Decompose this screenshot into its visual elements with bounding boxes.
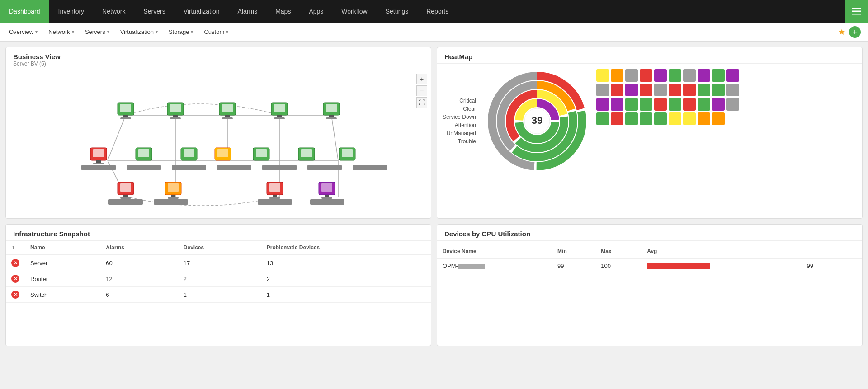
subnav-servers[interactable]: Servers ▾ <box>80 23 115 41</box>
svg-rect-76 <box>321 183 332 192</box>
heatmap-cell[interactable] <box>611 84 623 96</box>
hamburger-button[interactable] <box>845 0 868 23</box>
heatmap-cell[interactable] <box>726 98 739 111</box>
fullscreen-button[interactable]: ⛶ <box>416 97 427 108</box>
svg-rect-39 <box>326 117 337 119</box>
svg-rect-80 <box>154 199 188 205</box>
heatmap-cell[interactable] <box>625 84 638 96</box>
svg-rect-21 <box>120 104 131 112</box>
chevron-down-icon: ▾ <box>156 29 158 34</box>
svg-rect-72 <box>269 183 280 192</box>
heatmap-cell[interactable] <box>683 112 696 125</box>
main-content: Business View Server BV (5) <box>0 42 868 352</box>
heatmap-cell[interactable] <box>654 112 667 125</box>
heatmap-cell[interactable] <box>698 84 710 96</box>
heatmap-cell[interactable] <box>654 84 667 96</box>
heatmap-cell[interactable] <box>625 98 638 111</box>
svg-rect-0 <box>852 8 861 9</box>
cpu-table: Device Name Min Max Avg OPM- 99 100 99 <box>437 244 862 273</box>
subnav-network[interactable]: Network ▾ <box>43 23 80 41</box>
heatmap-cell[interactable] <box>669 112 681 125</box>
svg-rect-41 <box>93 149 104 157</box>
heatmap-cell[interactable] <box>654 98 667 111</box>
nav-item-virtualization[interactable]: Virtualization <box>175 0 229 23</box>
nav-item-network[interactable]: Network <box>93 0 134 23</box>
heatmap-cell[interactable] <box>640 84 652 96</box>
heatmap-header: HeatMap <box>437 47 862 64</box>
favorite-button[interactable]: ★ <box>838 27 845 37</box>
business-view-title: Business View <box>13 53 424 61</box>
heatmap-cell[interactable] <box>683 98 696 111</box>
svg-rect-29 <box>222 104 233 112</box>
heatmap-cell[interactable] <box>640 69 652 82</box>
heatmap-cell[interactable] <box>640 98 652 111</box>
status-icon: ✕ <box>11 259 19 267</box>
cpu-header: Devices by CPU Utilization <box>437 225 862 241</box>
heatmap-cell[interactable] <box>683 84 696 96</box>
heatmap-cell[interactable] <box>712 98 725 111</box>
svg-rect-26 <box>173 115 178 117</box>
legend-critical: Critical <box>443 98 476 104</box>
heatmap-cell[interactable] <box>625 69 638 82</box>
heatmap-cell[interactable] <box>712 69 725 82</box>
nav-item-maps[interactable]: Maps <box>266 0 300 23</box>
row-name: Router <box>25 271 100 287</box>
nav-item-inventory[interactable]: Inventory <box>49 0 94 23</box>
subnav-storage[interactable]: Storage ▾ <box>163 23 199 41</box>
svg-rect-64 <box>120 183 131 192</box>
legend-clear: Clear <box>443 106 476 112</box>
heatmap-cell[interactable] <box>698 98 710 111</box>
heatmap-cell[interactable] <box>654 69 667 82</box>
subnav-overview[interactable]: Overview ▾ <box>4 23 43 41</box>
heatmap-cell[interactable] <box>596 112 609 125</box>
heatmap-cell[interactable] <box>712 84 725 96</box>
svg-rect-81 <box>258 199 292 205</box>
heatmap-body: Critical Clear Service Down Attention Un… <box>437 64 862 178</box>
legend-trouble: Trouble <box>443 138 476 145</box>
cpu-bar-container <box>647 263 710 269</box>
nav-item-dashboard[interactable]: Dashboard <box>0 0 49 23</box>
svg-rect-51 <box>256 149 267 157</box>
heatmap-cell[interactable] <box>683 69 696 82</box>
business-view-subtitle: Server BV (5) <box>13 61 424 67</box>
col-alarms: Alarms <box>100 241 178 255</box>
heatmap-cell[interactable] <box>611 69 623 82</box>
zoom-out-button[interactable]: − <box>416 85 427 96</box>
nav-item-settings[interactable]: Settings <box>377 0 418 23</box>
heatmap-cell[interactable] <box>726 84 739 96</box>
svg-rect-30 <box>225 115 230 117</box>
heatmap-cell[interactable] <box>596 84 609 96</box>
heatmap-cell[interactable] <box>669 84 681 96</box>
subnav-custom[interactable]: Custom ▾ <box>198 23 234 41</box>
sort-icon[interactable]: ⬆ <box>11 245 15 250</box>
heatmap-row <box>596 69 857 82</box>
nav-item-servers[interactable]: Servers <box>134 0 174 23</box>
business-view-canvas[interactable]: + − ⛶ <box>6 70 431 206</box>
heatmap-cell[interactable] <box>698 112 710 125</box>
nav-item-apps[interactable]: Apps <box>300 0 332 23</box>
chevron-down-icon: ▾ <box>191 29 193 34</box>
heatmap-cell[interactable] <box>596 69 609 82</box>
nav-item-workflow[interactable]: Workflow <box>332 0 376 23</box>
heatmap-cell[interactable] <box>640 112 652 125</box>
svg-line-7 <box>108 115 126 160</box>
heatmap-cell[interactable] <box>611 112 623 125</box>
heatmap-donut-chart: 39 <box>485 69 589 173</box>
add-dashboard-button[interactable]: + <box>849 26 861 38</box>
heatmap-cell[interactable] <box>596 98 609 111</box>
heatmap-cell[interactable] <box>625 112 638 125</box>
zoom-in-button[interactable]: + <box>416 74 427 84</box>
nav-item-alarms[interactable]: Alarms <box>229 0 267 23</box>
business-view-header: Business View Server BV (5) <box>6 47 431 70</box>
heatmap-cell[interactable] <box>712 112 725 125</box>
heatmap-cell[interactable] <box>669 98 681 111</box>
svg-rect-69 <box>171 195 175 197</box>
svg-rect-34 <box>277 115 282 117</box>
heatmap-cell[interactable] <box>611 98 623 111</box>
nav-item-reports[interactable]: Reports <box>417 0 458 23</box>
heatmap-cell[interactable] <box>669 69 681 82</box>
col-name: Name <box>25 241 100 255</box>
subnav-virtualization[interactable]: Virtualization ▾ <box>115 23 163 41</box>
heatmap-cell[interactable] <box>698 69 710 82</box>
heatmap-cell[interactable] <box>726 69 739 82</box>
